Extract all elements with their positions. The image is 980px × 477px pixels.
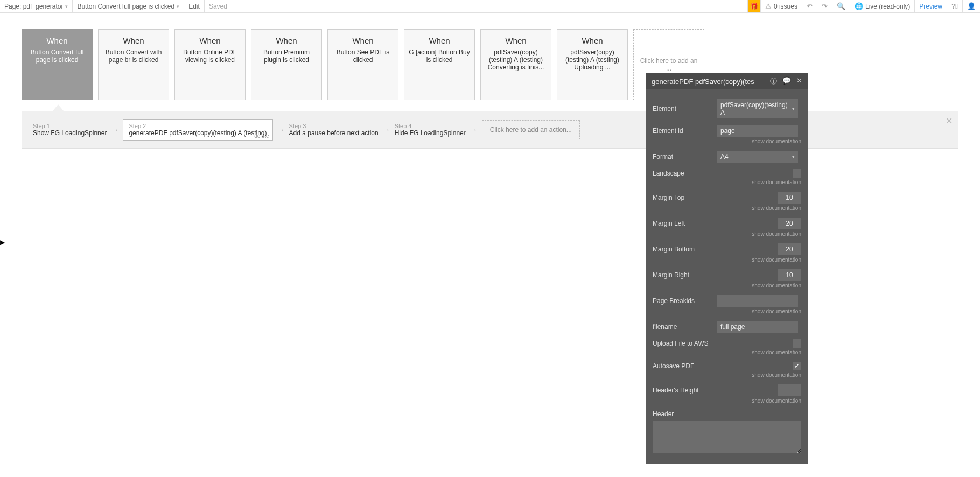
landscape-row: Landscape — [653, 169, 801, 178]
margin-left-label: Margin Left — [653, 220, 717, 227]
doc-link[interactable]: show documentation — [653, 349, 801, 355]
step-label: Step 1 — [33, 123, 107, 129]
step-label: Step 3 — [289, 123, 379, 129]
doc-link[interactable]: show documentation — [653, 398, 801, 404]
upload-aws-label: Upload File to AWS — [653, 340, 717, 347]
margin-bottom-input[interactable] — [778, 243, 801, 255]
margin-top-row: Margin Top — [653, 192, 801, 204]
info-icon[interactable]: ⓘ — [770, 76, 777, 86]
header-row: Header — [653, 410, 801, 418]
element-id-input[interactable] — [717, 125, 798, 137]
comment-icon[interactable]: 💬 — [782, 76, 791, 86]
upload-aws-row: Upload File to AWS — [653, 339, 801, 348]
margin-top-input[interactable] — [778, 192, 801, 204]
filename-label: filename — [653, 323, 717, 331]
filename-input[interactable] — [717, 321, 798, 333]
search-button[interactable]: 🔍 — [832, 0, 850, 12]
event-when: When — [123, 36, 144, 45]
help-button[interactable]: ?⃝ — [947, 0, 962, 12]
step-2[interactable]: Step 2 generatePDF pdfSaver(copy)(testin… — [123, 119, 272, 141]
active-event-marker — [53, 104, 64, 111]
undo-button[interactable]: ↶ — [802, 0, 817, 12]
header-label: Header — [653, 410, 717, 418]
event-when: When — [505, 36, 526, 45]
page-selector[interactable]: Page: pdf_generator — [0, 0, 73, 12]
arrow-icon: → — [111, 125, 118, 134]
doc-link[interactable]: show documentation — [653, 179, 801, 185]
element-select[interactable]: pdfSaver(copy)(testing) A — [717, 99, 798, 118]
avatar[interactable]: 👤 — [962, 0, 980, 12]
doc-link[interactable]: show documentation — [653, 205, 801, 211]
event-card-2[interactable]: When Button Online PDF viewing is clicke… — [174, 29, 246, 100]
event-card-1[interactable]: When Button Convert with page br is clic… — [98, 29, 169, 100]
redo-button[interactable]: ↷ — [817, 0, 832, 12]
element-id-row: Element id — [653, 125, 801, 137]
step-label: Step 4 — [395, 123, 466, 129]
issues-button[interactable]: ⚠0 issues — [760, 0, 802, 12]
doc-link[interactable]: show documentation — [653, 283, 801, 289]
page-break-input[interactable] — [717, 295, 798, 307]
user-icon: 👤 — [967, 2, 976, 10]
close-steps-button[interactable]: ✕ — [946, 116, 953, 126]
event-card-3[interactable]: When Button Premium plugin is clicked — [251, 29, 322, 100]
close-icon[interactable]: ✕ — [796, 76, 802, 86]
step-1[interactable]: Step 1 Show FG LoadingSpinner — [33, 123, 107, 137]
step-4[interactable]: Step 4 Hide FG LoadingSpinner — [395, 123, 466, 137]
doc-link[interactable]: show documentation — [653, 231, 801, 237]
topbar-right: 🎁 ⚠0 issues ↶ ↷ 🔍 🌐Live (read-only) Prev… — [747, 0, 980, 12]
landscape-checkbox[interactable] — [793, 169, 801, 178]
doc-link[interactable]: show documentation — [653, 372, 801, 378]
panel-body: Element pdfSaver(copy)(testing) A Elemen… — [646, 89, 808, 464]
event-card-6[interactable]: When pdfSaver(copy)(testing) A (testing)… — [480, 29, 551, 100]
margin-right-input[interactable] — [778, 269, 801, 281]
page-break-label: Page Breakids — [653, 297, 717, 305]
doc-link[interactable]: show documentation — [653, 138, 801, 144]
element-id-label: Element id — [653, 127, 717, 135]
edit-button[interactable]: Edit — [184, 0, 205, 12]
arrow-icon: → — [470, 125, 478, 134]
step-label: Step 2 — [129, 123, 267, 129]
event-card-0[interactable]: When Button Convert full page is clicked — [22, 29, 93, 100]
autosave-checkbox[interactable] — [793, 362, 801, 370]
panel-title: generatePDF pdfSaver(copy)(tes — [652, 78, 754, 86]
saved-status: Saved — [205, 0, 232, 12]
live-readonly[interactable]: 🌐Live (read-only) — [850, 0, 914, 12]
header-height-row: Header's Height — [653, 384, 801, 396]
header-textarea[interactable] — [653, 421, 801, 453]
add-action-button[interactable]: Click here to add an action... — [482, 120, 580, 139]
element-value: pdfSaver(copy)(testing) A — [720, 101, 792, 116]
margin-bottom-label: Margin Bottom — [653, 245, 717, 253]
step-text: Show FG LoadingSpinner — [33, 129, 107, 137]
event-card-4[interactable]: When Button See PDF is clicked — [327, 29, 398, 100]
workflow-selector[interactable]: Button Convert full page is clicked — [73, 0, 184, 12]
steps-strip: Step 1 Show FG LoadingSpinner → Step 2 g… — [22, 111, 958, 149]
event-desc: G [action] Button Buy is clicked — [409, 48, 470, 64]
landscape-label: Landscape — [653, 170, 717, 177]
topbar: Page: pdf_generator Button Convert full … — [0, 0, 980, 13]
header-height-input[interactable] — [778, 384, 801, 396]
filename-row: filename — [653, 321, 801, 333]
event-card-7[interactable]: When pdfSaver(copy)(testing) A (testing)… — [557, 29, 628, 100]
topbar-left: Page: pdf_generator Button Convert full … — [0, 0, 232, 12]
preview-button[interactable]: Preview — [914, 0, 947, 12]
delete-step-button[interactable]: delete — [254, 133, 269, 139]
margin-bottom-row: Margin Bottom — [653, 243, 801, 255]
expand-handle[interactable]: ▶ — [0, 238, 5, 246]
undo-icon: ↶ — [807, 2, 813, 10]
search-icon: 🔍 — [837, 2, 845, 10]
issues-count: 0 issues — [774, 3, 797, 10]
step-3[interactable]: Step 3 Add a pause before next action — [289, 123, 379, 137]
gift-icon[interactable]: 🎁 — [747, 0, 760, 12]
event-when: When — [429, 36, 450, 45]
doc-link[interactable]: show documentation — [653, 257, 801, 263]
upload-aws-checkbox[interactable] — [793, 339, 801, 348]
event-desc: Button Online PDF viewing is clicked — [179, 48, 241, 64]
doc-link[interactable]: show documentation — [653, 308, 801, 314]
arrow-icon: → — [277, 125, 285, 134]
margin-left-input[interactable] — [778, 218, 801, 229]
panel-header[interactable]: generatePDF pdfSaver(copy)(tes ⓘ 💬 ✕ — [646, 73, 808, 89]
event-desc: Button Premium plugin is clicked — [256, 48, 317, 64]
step-text: Add a pause before next action — [289, 129, 379, 137]
format-select[interactable]: A4 — [717, 151, 798, 163]
event-card-5[interactable]: When G [action] Button Buy is clicked — [404, 29, 475, 100]
